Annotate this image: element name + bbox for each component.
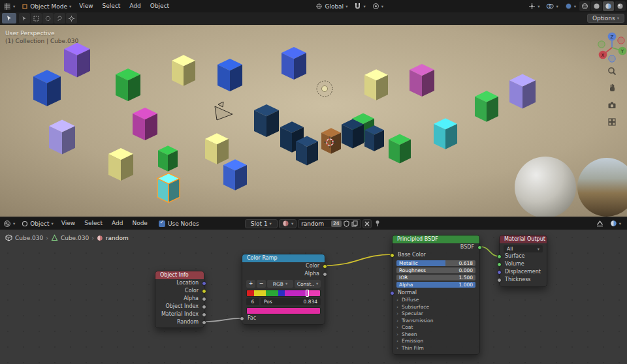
ortho-toggle-button[interactable] [606, 116, 618, 128]
gizmo-x-neg[interactable] [618, 37, 624, 44]
scene-cube[interactable] [389, 134, 411, 164]
ramp-remove-stop-button[interactable]: − [257, 280, 266, 288]
bsdf-metallic-slider[interactable]: Metallic 0.618 [396, 260, 475, 266]
socket-random-output[interactable] [202, 320, 206, 325]
viewport-canvas[interactable]: User Perspective (1) Collection | Cube.0… [0, 25, 627, 217]
socket-alpha-output[interactable] [202, 297, 206, 301]
scene-cube[interactable] [217, 59, 242, 91]
bsdf-panel-specular[interactable]: Specular [393, 311, 479, 318]
fake-user-shield-icon[interactable] [344, 220, 349, 227]
proportional-editing-toggle[interactable] [369, 0, 387, 12]
mode-select[interactable]: Object Mode [18, 0, 74, 12]
snap-toggle[interactable] [351, 0, 368, 12]
link-bsdf-to-surface[interactable] [480, 247, 499, 256]
active-tool-button[interactable] [2, 13, 16, 23]
socket-surface-input[interactable] [497, 254, 502, 259]
transform-orientation-select[interactable]: Global [312, 0, 351, 12]
bsdf-panel-transmission[interactable]: Transmission [393, 318, 479, 325]
socket-bsdf-output[interactable] [477, 245, 482, 250]
ramp-stop-index-field[interactable]: 6 [246, 298, 259, 305]
shading-solid-button[interactable] [591, 1, 602, 11]
socket-ramp-alpha-output[interactable] [323, 272, 327, 277]
scene-cube[interactable] [364, 125, 384, 151]
socket-material-index-output[interactable] [202, 312, 206, 317]
breadcrumb-material[interactable]: random [106, 235, 129, 241]
pan-button[interactable] [606, 82, 618, 94]
bsdf-panel-diffuse[interactable]: Diffuse [393, 297, 479, 304]
scene-cube[interactable] [509, 74, 536, 109]
camera-view-button[interactable] [606, 99, 618, 111]
shader-type-select[interactable]: Object [18, 217, 57, 230]
material-name[interactable]: random [301, 220, 329, 227]
socket-base-color-input[interactable] [390, 253, 394, 258]
bsdf-ior-slider[interactable]: IOR 1.500 [396, 275, 475, 281]
gizmo-z-neg[interactable] [609, 55, 615, 62]
tool-select-box-button[interactable] [31, 13, 42, 23]
tool-tweak-button[interactable] [19, 13, 30, 23]
bsdf-panel-subsurface[interactable]: Subsurface [393, 304, 479, 311]
pin-button[interactable] [373, 219, 382, 228]
scene-cube[interactable] [342, 119, 364, 149]
node-principled-bsdf[interactable]: Principled BSDF BSDF Base Color Metallic… [392, 235, 480, 355]
bsdf-panel-emission[interactable]: Emission [393, 338, 479, 345]
browse-material-button[interactable] [279, 219, 297, 228]
scene-sphere[interactable] [515, 157, 576, 217]
material-slot-select[interactable]: Slot 1 [245, 219, 278, 228]
socket-volume-input[interactable] [497, 262, 502, 267]
ramp-color-mode-select[interactable]: RGB [267, 280, 293, 288]
socket-location-output[interactable] [202, 281, 206, 286]
node-object-info-header[interactable]: Object Info [155, 271, 204, 279]
breadcrumb-mesh[interactable]: Cube.030 [61, 235, 89, 241]
shading-rendered-button[interactable] [615, 1, 626, 11]
menu-view[interactable]: View [74, 0, 97, 12]
scene-cube[interactable] [475, 91, 498, 122]
bsdf-alpha-slider[interactable]: Alpha 1.000 [396, 282, 475, 288]
ramp-interpolation-select[interactable]: Const.. [295, 280, 321, 288]
scene-cube[interactable] [434, 118, 457, 149]
bsdf-roughness-slider[interactable]: Roughness 0.000 [396, 267, 475, 273]
menu-select[interactable]: Select [98, 0, 125, 12]
socket-normal-input[interactable] [390, 291, 394, 296]
node-color-ramp-header[interactable]: Color Ramp [242, 254, 325, 262]
scene-cube[interactable] [321, 128, 341, 154]
bsdf-panel-thinfilm[interactable]: Thin Film [393, 345, 479, 352]
scene-cube[interactable] [64, 43, 90, 78]
socket-color-output[interactable] [202, 289, 206, 294]
tool-select-circle-button[interactable] [42, 13, 54, 23]
unlink-material-button[interactable] [362, 219, 372, 228]
node-material-output[interactable]: Material Output All Surface Volume Displ… [499, 235, 547, 287]
socket-object-index-output[interactable] [202, 305, 206, 309]
zoom-button[interactable] [606, 65, 618, 77]
shader-menu-node[interactable]: Node [127, 217, 152, 230]
shader-menu-view[interactable]: View [57, 217, 80, 230]
scene-cube[interactable] [410, 64, 434, 97]
node-editor-canvas[interactable]: Cube.030 › Cube.030 › random Object Info… [0, 230, 627, 364]
xray-toggle[interactable] [562, 0, 579, 12]
scene-cube[interactable] [364, 69, 388, 100]
scene-cube[interactable] [172, 55, 195, 86]
output-target-select[interactable]: All [504, 245, 543, 252]
scene-cube[interactable] [254, 104, 279, 137]
scene-cube[interactable] [281, 47, 306, 80]
link-color-to-basecolor[interactable] [325, 254, 392, 265]
scene-cube[interactable] [223, 159, 247, 190]
scene-cube[interactable] [205, 133, 229, 164]
material-users-count[interactable]: 24 [331, 220, 342, 227]
new-material-icon[interactable] [351, 220, 358, 227]
ramp-position-slider[interactable]: Pos 0.834 [261, 298, 321, 305]
use-nodes-checkbox[interactable] [159, 220, 165, 227]
bsdf-panel-sheen[interactable]: Sheen [393, 331, 479, 339]
options-button[interactable]: Options [587, 14, 624, 23]
scene-cube[interactable] [33, 70, 61, 106]
scene-cube[interactable] [108, 148, 133, 181]
navigation-gizmo[interactable]: Z Y X [593, 29, 627, 67]
preview-shading-toggle[interactable] [607, 217, 624, 230]
ramp-add-stop-button[interactable]: + [246, 280, 255, 288]
tool-select-lasso-button[interactable] [54, 13, 65, 23]
shader-editor-type-selector[interactable] [0, 217, 18, 230]
scene-cube[interactable] [49, 120, 75, 155]
overlays-toggle[interactable] [543, 0, 561, 12]
scene-cube[interactable] [158, 145, 178, 172]
colorramp-gradient[interactable] [246, 290, 321, 297]
shading-wireframe-button[interactable] [579, 1, 590, 11]
